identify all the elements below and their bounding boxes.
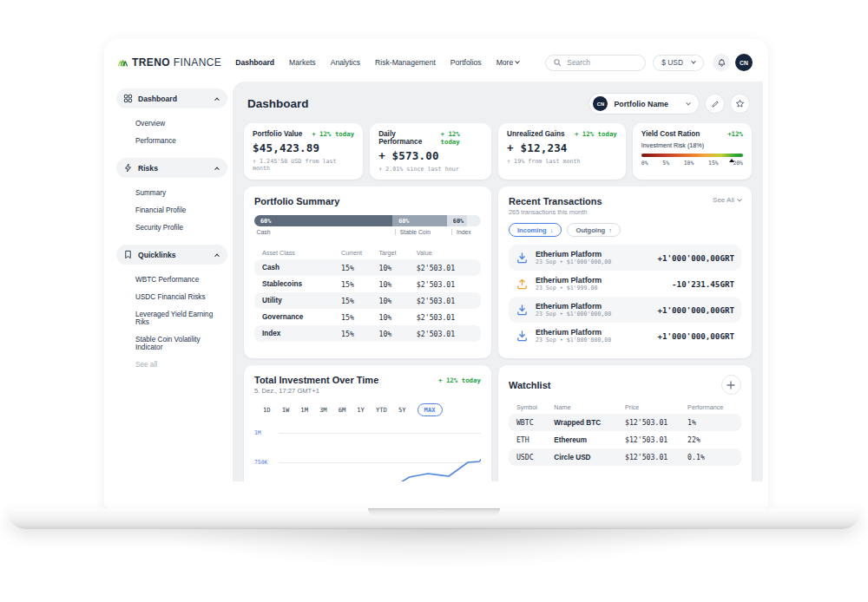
range-max[interactable]: MAX [418,403,443,416]
lightning-icon [123,163,133,173]
nav-analytics[interactable]: Analytics [331,58,360,67]
sidebar-section-risks[interactable]: Risks [116,158,227,178]
watchlist-row[interactable]: ETH Ethereum $12'503.01 22% [509,431,741,448]
search-input[interactable] [567,58,638,67]
watchlist-row[interactable]: WBTC Wrapped BTC $12'503.01 1% [509,414,741,431]
cell-name: Wrapped BTC [554,419,625,427]
range-ytd[interactable]: YTD [376,406,387,414]
y-axis-label: 1M [254,429,261,436]
filter-outgoing[interactable]: Outgoing↑ [567,223,621,237]
stat-label: Daily Performance [378,130,440,146]
stat-delta: + 12% today [312,130,354,138]
allocation-bar[interactable]: 60% 60% 60% [254,215,481,226]
transaction-row[interactable]: Etherium Platform23 Sep • $1'000'000,00 … [509,245,741,271]
yield-cost-ration-card[interactable]: Yield Cost Ration+12% Investment Risk (1… [633,123,752,180]
allocation-labels: Cash Stable Coin Index [254,229,481,239]
nav-dashboard[interactable]: Dashboard [235,58,274,67]
content-area: Dashboard Overview Performance Risks Sum… [109,82,763,481]
sidebar-see-all-link[interactable]: See all [135,356,227,373]
nav-portfolios[interactable]: Portfolios [450,58,482,67]
user-avatar[interactable]: CN [735,54,753,71]
allocation-segment-cash[interactable]: 60% [254,215,392,226]
risk-tick: 0% [641,160,648,167]
nav-risk-management[interactable]: Risk-Management [375,58,436,67]
transaction-row[interactable]: Etherium Platform23 Sep • $1'000'000,00 … [509,323,741,349]
table-row[interactable]: Index 15% 10% $2'503.01 [254,325,481,342]
search-box[interactable] [545,55,646,71]
transaction-meta: 23 Sep • $1'999.00 [536,285,602,291]
transaction-row[interactable]: Etherium Platform23 Sep • $1'000'000,00 … [509,297,741,323]
watchlist-row[interactable]: USDC Circle USD $12'503.01 0.1% [509,448,741,466]
cell-symbol: WBTC [516,418,554,427]
sidebar-section-dashboard[interactable]: Dashboard [116,88,227,108]
allocation-segment-stablecoin[interactable]: 60% [392,215,447,226]
range-5y[interactable]: 5Y [398,406,406,414]
col-value: Value [417,249,473,257]
see-all-link[interactable]: See All [713,196,741,204]
bookmark-icon [123,250,133,259]
range-1y[interactable]: 1Y [357,406,365,414]
sidebar-item-stablecoin-volatility[interactable]: Stable Coin Volatility Indicator [135,330,227,356]
risk-scale: 0% 5% 10% 15% 20% [641,160,743,167]
sidebar-item-leveraged-yield[interactable]: Leveraged Yield Earning Riks [135,305,227,330]
transaction-name: Etherium Platform [536,276,602,285]
nav-markets[interactable]: Markets [289,58,316,67]
chevron-down-icon [737,196,742,201]
transaction-row[interactable]: Etherium Platform23 Sep • $1'999.00 -10'… [509,271,741,297]
sidebar-item-summary[interactable]: Summary [135,184,227,201]
table-row[interactable]: Cash 15% 10% $2'503.01 [254,259,481,276]
nav-more[interactable]: More [496,58,520,67]
portfolio-avatar: CN [593,96,608,111]
allocation-segment-index[interactable]: 60% [447,215,467,226]
transaction-meta: 23 Sep • $1'000'000,00 [536,258,611,265]
cell-value: $2'503.01 [417,280,473,289]
portfolio-selector[interactable]: CN Portfolio Name [589,93,700,115]
investment-line-chart[interactable]: 1M 750K [254,422,481,481]
table-row[interactable]: Governance 15% 10% $2'503.01 [254,309,481,325]
transaction-filters: Incoming↓ Outgoing↑ [509,223,741,237]
cell-current: 15% [341,313,378,322]
add-watchlist-button[interactable] [721,375,741,395]
brand-logo[interactable]: TRENO FINANCE [118,56,221,69]
sidebar-item-usdc-financial-risks[interactable]: USDC Financial Risks [135,288,227,305]
notifications-button[interactable] [713,54,730,71]
sidebar-item-wbtc-performance[interactable]: WBTC Performance [135,271,227,288]
table-row[interactable]: Utility 15% 10% $2'503.01 [254,292,481,309]
edit-portfolio-button[interactable] [705,94,725,114]
range-1m[interactable]: 1M [300,406,308,414]
sidebar: Dashboard Overview Performance Risks Sum… [109,82,233,481]
sidebar-section-quicklinks[interactable]: Quicklinks [116,245,227,265]
unrealized-gains-card[interactable]: Unrealized Gains+ 12% today + $12,234 ↑ … [498,123,626,180]
sidebar-item-security-profile[interactable]: Security Profile [135,219,227,236]
chevron-up-icon [214,167,220,172]
currency-select[interactable]: $ USD [653,55,704,71]
cell-target: 10% [378,264,416,272]
sidebar-section-label: Risks [138,164,158,173]
range-3m[interactable]: 3M [319,406,327,414]
allocation-label-cash: Cash [257,229,271,235]
table-row[interactable]: Stablecoins 15% 10% $2'503.01 [254,276,481,292]
col-price: Price [625,403,687,411]
chart-timestamp: 5. Dez., 17:27 GMT+1 [254,387,481,395]
favorite-portfolio-button[interactable] [730,94,750,114]
daily-performance-card[interactable]: Daily Performance+ 12% today + $573.00 ↑… [370,123,491,180]
chevron-down-icon [691,59,696,64]
cell-asset: Index [262,330,341,337]
transaction-meta: 23 Sep • $1'000'000,00 [536,311,611,317]
header-actions: CN Portfolio Name [589,93,750,115]
portfolio-value-card[interactable]: Portfolio Value+ 12% today $45,423.89 ↑ … [244,123,363,180]
sidebar-item-performance[interactable]: Performance [135,132,227,149]
stat-label: Portfolio Value [253,130,302,138]
range-1d[interactable]: 1D [263,406,271,414]
range-1w[interactable]: 1W [282,406,290,414]
investment-risk-label: Investment Risk (18%) [641,141,743,149]
sidebar-item-overview[interactable]: Overview [135,115,227,132]
laptop-screen: TRENO FINANCE Dashboard Markets Analytic… [109,43,763,481]
stat-label: Yield Cost Ration [641,130,700,138]
cell-price: $12'503.01 [625,418,687,427]
card-title: Recent Transactions [509,196,602,206]
range-6m[interactable]: 6M [339,406,346,414]
laptop-notch [368,508,500,516]
filter-incoming[interactable]: Incoming↓ [509,223,562,237]
sidebar-item-financial-profile[interactable]: Financial Profile [135,201,227,219]
